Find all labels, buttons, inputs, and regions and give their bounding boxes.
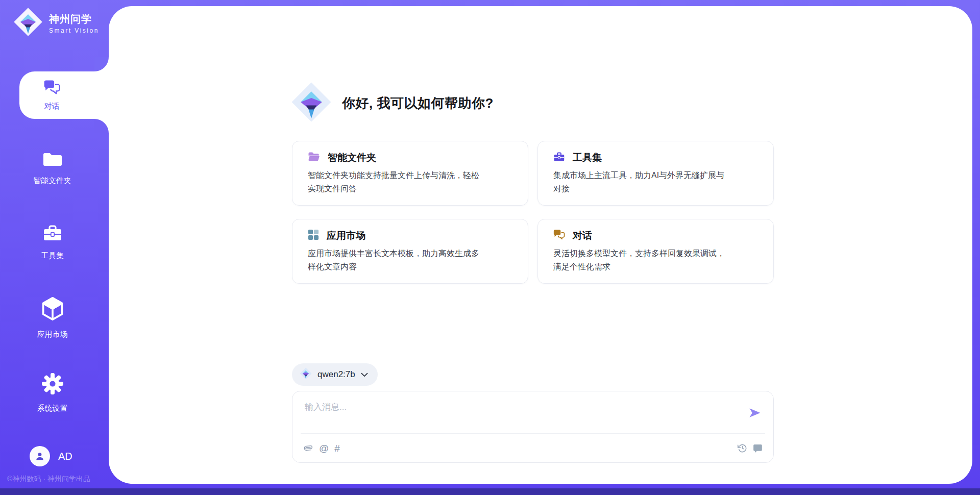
sidebar-item-label: 工具集 xyxy=(41,251,64,261)
brand-subtitle: Smart Vision xyxy=(49,27,99,34)
folder-icon xyxy=(42,151,63,169)
selected-model-label: qwen2:7b xyxy=(317,369,355,380)
card-description: 灵活切换多模型文件，支持多样回复效果调试，满足个性化需求 xyxy=(553,247,729,274)
sidebar-item-label: 系统设置 xyxy=(37,404,68,413)
copyright-text: ©神州数码 · 神州问学出品 xyxy=(7,475,90,484)
hash-icon[interactable]: # xyxy=(334,443,340,453)
grid-icon xyxy=(308,229,319,242)
composer-toolbar: @ # xyxy=(303,434,763,462)
user-name: AD xyxy=(58,451,72,462)
sidebar-item-label: 应用市场 xyxy=(37,330,68,339)
card-app-market[interactable]: 应用市场 应用市场提供丰富长文本模板，助力高效生成多样化文章内容 xyxy=(292,219,528,284)
sidebar-item-chat[interactable]: 对话 xyxy=(19,71,110,119)
card-description: 智能文件夹功能支持批量文件上传与清洗，轻松实现文件问答 xyxy=(308,169,484,195)
card-description: 集成市场上主流工具，助力AI与外界无缝扩展与对接 xyxy=(553,169,729,195)
toolbox-icon xyxy=(553,152,565,164)
mention-icon[interactable]: @ xyxy=(319,443,329,453)
chat-icon xyxy=(43,80,61,97)
card-description: 应用市场提供丰富长文本模板，助力高效生成多样化文章内容 xyxy=(308,247,484,274)
sidebar-item-label: 对话 xyxy=(44,102,60,111)
model-diamond-icon xyxy=(300,367,312,382)
sidebar-item-app-market[interactable]: 应用市场 xyxy=(0,296,105,339)
app-window: 神州问学 Smart Vision 对话 智能文件夹 xyxy=(0,0,980,495)
card-chat[interactable]: 对话 灵活切换多模型文件，支持多样回复效果调试，满足个性化需求 xyxy=(537,219,774,284)
cube-icon xyxy=(41,296,64,323)
tab-notch-top xyxy=(94,57,109,71)
brand-name: 神州问学 xyxy=(49,12,99,26)
chevron-down-icon xyxy=(361,370,368,379)
history-icon[interactable] xyxy=(738,443,747,453)
sidebar-item-toolset[interactable]: 工具集 xyxy=(0,224,105,261)
assistant-diamond-icon xyxy=(291,82,332,125)
message-composer: @ # xyxy=(292,391,774,463)
card-smart-folder[interactable]: 智能文件夹 智能文件夹功能支持批量文件上传与清洗，轻松实现文件问答 xyxy=(292,141,528,206)
app-logo: 神州问学 Smart Vision xyxy=(13,7,99,39)
card-title: 应用市场 xyxy=(327,229,365,242)
sidebar-item-settings[interactable]: 系统设置 xyxy=(0,373,105,413)
gear-icon xyxy=(41,373,64,397)
chat-template-icon[interactable] xyxy=(753,443,763,453)
chat-icon xyxy=(553,229,565,242)
sidebar-item-smart-folder[interactable]: 智能文件夹 xyxy=(0,151,105,186)
folder-icon xyxy=(308,152,320,164)
greeting: 你好, 我可以如何帮助你? xyxy=(291,82,494,125)
avatar xyxy=(30,446,50,466)
brand-diamond-icon xyxy=(13,7,43,39)
paperclip-icon[interactable] xyxy=(303,443,313,453)
sidebar-item-label: 智能文件夹 xyxy=(33,176,71,186)
tab-notch-bottom xyxy=(94,119,109,133)
model-selector[interactable]: qwen2:7b xyxy=(292,363,378,386)
greeting-title: 你好, 我可以如何帮助你? xyxy=(342,94,494,112)
feature-cards: 智能文件夹 智能文件夹功能支持批量文件上传与清洗，轻松实现文件问答 工具集 集成… xyxy=(292,141,774,284)
card-title: 对话 xyxy=(573,229,592,242)
toolbox-icon xyxy=(42,224,63,244)
card-title: 智能文件夹 xyxy=(328,151,376,164)
card-toolset[interactable]: 工具集 集成市场上主流工具，助力AI与外界无缝扩展与对接 xyxy=(537,141,774,206)
send-icon[interactable] xyxy=(748,406,762,420)
card-title: 工具集 xyxy=(573,151,602,164)
window-bottom-strip xyxy=(0,488,980,495)
user-profile[interactable]: AD xyxy=(30,446,72,466)
message-input[interactable] xyxy=(292,391,773,432)
